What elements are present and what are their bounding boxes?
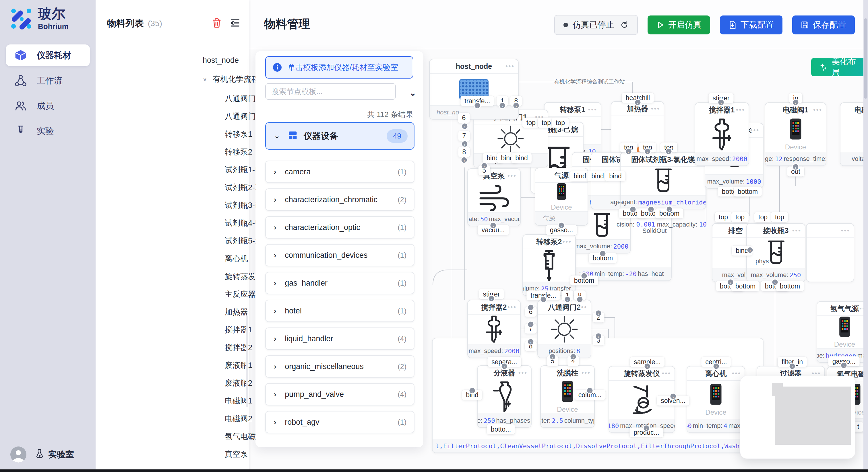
port-dot[interactable]: › (577, 296, 584, 303)
tree-item[interactable]: 离心机 (225, 250, 248, 267)
tree-item[interactable]: 电磁阀1 (225, 393, 252, 409)
port-dot[interactable]: ‹ (747, 247, 754, 254)
beautify-layout-button[interactable]: 美化布局 (811, 58, 868, 76)
tree-item[interactable]: 转移泵2 (225, 144, 252, 160)
canvas-node[interactable]: 接收瓶3•••max_volume: 250 (746, 223, 805, 282)
tree-item[interactable]: 主反应器 (225, 286, 256, 302)
minimap[interactable] (740, 376, 856, 459)
port-dot[interactable]: › (586, 387, 594, 394)
port-dot[interactable]: › (527, 321, 534, 328)
canvas-node[interactable]: 真空泵•••pump_rate: 50 max_vacuum: 0.1 (467, 168, 521, 226)
template-category-hotel[interactable]: › hotel (1) (265, 300, 414, 322)
port-dot[interactable]: › (599, 250, 607, 257)
canvas-node[interactable]: 离心机•••Devicep: 40 min_temp: 4 max_spe (687, 366, 745, 433)
node-menu-icon[interactable]: ••• (570, 123, 580, 136)
node-menu-icon[interactable]: ••• (841, 224, 850, 237)
port-dot[interactable]: › (481, 162, 488, 169)
sidebar-item-1[interactable]: 工作流 (6, 70, 90, 92)
canvas-node[interactable]: 八通阀门2•••positions: 8 (537, 300, 591, 358)
tree-item[interactable]: 八通阀门2 (225, 108, 260, 125)
canvas-node[interactable]: 分液器•••volume: 250 has_phases: true (477, 365, 532, 428)
template-category-pump_and_valve[interactable]: › pump_and_valve (4) (265, 383, 414, 405)
save-config-button[interactable]: 保存配置 (792, 15, 855, 34)
node-menu-icon[interactable]: ••• (651, 102, 660, 115)
port-dot[interactable]: ‹ (792, 99, 799, 106)
template-category-gas_handler[interactable]: › gas_handler (1) (265, 272, 414, 294)
port-dot[interactable]: › (570, 353, 577, 361)
port-dot[interactable]: ‹ (625, 148, 632, 155)
port-dot[interactable]: ‹ (540, 296, 547, 303)
port-dot[interactable]: › (549, 353, 556, 361)
template-category-liquid_handler[interactable]: › liquid_handler (4) (265, 328, 414, 350)
search-template-input[interactable] (265, 83, 396, 100)
template-category-communication_devices[interactable]: › communication_devices (1) (265, 244, 414, 266)
port-dot[interactable]: ‹ (665, 148, 673, 155)
port-dot[interactable]: › (461, 140, 468, 148)
port-dot[interactable]: ‹ (527, 338, 534, 345)
sim-status-pill[interactable]: 仿真已停止 (554, 15, 638, 35)
tree-item[interactable]: 废液瓶2 (225, 375, 252, 391)
tree-item[interactable]: 转移泵1 (225, 126, 252, 142)
node-menu-icon[interactable]: ••• (563, 235, 572, 248)
node-menu-icon[interactable]: ••• (732, 367, 741, 380)
canvas-node[interactable]: 转移泵2•••max_volume: 25 transfer_rate: 10 (522, 234, 576, 296)
port-dot[interactable]: › (670, 393, 677, 400)
start-simulation-button[interactable]: 开启仿真 (648, 15, 710, 34)
materials-scrollbar[interactable] (246, 315, 248, 407)
sidebar-item-lab[interactable]: 实验室 (34, 448, 74, 461)
canvas-node[interactable]: 固体试剂瓶3-氯化镁•••agent: magnesium_chloride (620, 152, 706, 209)
tree-item[interactable]: 电磁阀2 (225, 411, 252, 427)
port-dot[interactable]: › (461, 123, 468, 130)
node-menu-icon[interactable]: ••• (507, 300, 517, 314)
port-dot[interactable]: ‹ (789, 363, 796, 370)
canvas-node[interactable]: ••• (806, 223, 854, 282)
port-dot[interactable]: ‹ (461, 157, 468, 164)
port-dot[interactable]: › (666, 206, 673, 213)
trash-icon[interactable] (212, 18, 222, 29)
page-scrollbar-thumb[interactable] (864, 19, 867, 99)
tree-item[interactable]: host_node (203, 52, 239, 68)
template-category-organic_miscellaneous[interactable]: › organic_miscellaneous (2) (265, 355, 414, 378)
port-dot[interactable]: › (527, 304, 534, 311)
canvas-node[interactable]: 电磁阀1•••Devicevoltage: 12 response_time: … (765, 102, 826, 166)
tree-item[interactable]: 八通阀门1 (225, 91, 260, 107)
sidebar-item-3[interactable]: 实验 (6, 120, 90, 142)
node-menu-icon[interactable]: ••• (813, 103, 823, 117)
port-dot[interactable]: ‹ (469, 387, 476, 394)
avatar[interactable] (10, 446, 26, 463)
node-menu-icon[interactable]: ••• (505, 59, 515, 73)
port-dot[interactable]: › (595, 333, 602, 340)
chevron-down-icon[interactable]: ⌄ (409, 88, 416, 98)
template-group-instruments[interactable]: ⌄ 仪器设备 49 (265, 122, 414, 150)
port-dot[interactable]: ‹ (644, 363, 651, 370)
port-dot[interactable]: ‹ (501, 363, 508, 370)
tree-item[interactable]: 真空泵 (225, 446, 248, 462)
port-dot[interactable]: › (564, 296, 571, 303)
canvas-node[interactable]: 搅拌器1•••max_speed: 2000 (694, 102, 749, 166)
template-category-robot_agv[interactable]: › robot_agv (1) (265, 411, 414, 433)
node-menu-icon[interactable]: ••• (588, 103, 597, 116)
port-dot[interactable]: › (595, 310, 602, 317)
port-dot[interactable]: ‹ (634, 99, 642, 106)
port-dot[interactable]: › (513, 102, 520, 109)
tree-item[interactable]: 废液瓶1 (225, 357, 252, 373)
tree-item[interactable]: 搅拌器2 (225, 339, 252, 356)
node-menu-icon[interactable]: ••• (750, 123, 760, 137)
port-dot[interactable]: › (629, 206, 637, 213)
port-dot[interactable]: › (488, 295, 495, 302)
port-dot[interactable]: ‹ (713, 363, 720, 370)
port-dot[interactable]: › (648, 206, 655, 213)
node-menu-icon[interactable]: ••• (792, 224, 801, 237)
port-dot[interactable]: › (558, 222, 565, 229)
port-dot[interactable]: › (840, 362, 848, 369)
tree-item[interactable]: 搅拌器1 (225, 322, 252, 338)
port-dot[interactable]: › (490, 222, 497, 229)
node-menu-icon[interactable]: ••• (582, 366, 591, 380)
port-dot[interactable]: › (718, 99, 725, 106)
sidebar-item-0[interactable]: 仪器耗材 (6, 44, 90, 66)
port-dot[interactable]: ‹ (644, 148, 651, 155)
port-dot[interactable]: › (643, 425, 650, 432)
port-dot[interactable]: › (727, 279, 734, 286)
template-category-characterization_optic[interactable]: › characterization_optic (1) (265, 216, 414, 239)
port-dot[interactable]: ‹ (474, 102, 481, 109)
